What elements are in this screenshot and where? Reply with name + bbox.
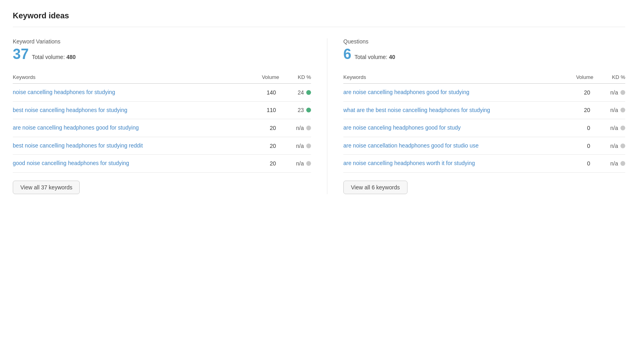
keyword-link[interactable]: good noise cancelling headphones for stu… bbox=[13, 159, 247, 167]
variations-total-volume: Total volume: 480 bbox=[32, 54, 76, 60]
kd-value: n/a bbox=[610, 143, 618, 149]
variations-col-keywords: Keywords bbox=[13, 74, 247, 80]
gray-dot-icon bbox=[620, 108, 625, 112]
keyword-link[interactable]: best noise cancelling headphones for stu… bbox=[13, 106, 247, 114]
volume-cell: 20 bbox=[561, 89, 593, 96]
view-all-variations-button[interactable]: View all 37 keywords bbox=[13, 181, 80, 194]
kd-cell: n/a bbox=[593, 143, 625, 149]
two-column-layout: Keyword Variations 37 Total volume: 480 … bbox=[13, 38, 625, 194]
kd-cell: n/a bbox=[593, 107, 625, 113]
volume-cell: 0 bbox=[561, 160, 593, 167]
questions-total-volume: Total volume: 40 bbox=[354, 54, 395, 60]
kd-cell: n/a bbox=[279, 160, 311, 167]
page-title: Keyword ideas bbox=[13, 11, 625, 27]
volume-cell: 20 bbox=[561, 107, 593, 113]
kd-cell: 23 bbox=[279, 107, 311, 113]
kd-cell: 24 bbox=[279, 89, 311, 96]
table-row: are noise cancelling headphones worth it… bbox=[343, 155, 625, 173]
kd-cell: n/a bbox=[593, 89, 625, 96]
view-all-questions-button[interactable]: View all 6 keywords bbox=[343, 181, 408, 194]
variations-count: 37 bbox=[13, 47, 29, 61]
gray-dot-icon bbox=[620, 126, 625, 130]
green-dot-icon bbox=[306, 90, 311, 95]
kd-cell: n/a bbox=[279, 125, 311, 131]
questions-col-volume: Volume bbox=[561, 74, 593, 80]
kd-value: n/a bbox=[296, 143, 304, 149]
kd-value: n/a bbox=[296, 160, 304, 167]
questions-col-keywords: Keywords bbox=[343, 74, 561, 80]
keyword-link[interactable]: noise cancelling headphones for studying bbox=[13, 89, 247, 96]
table-row: good noise cancelling headphones for stu… bbox=[13, 155, 311, 173]
kd-value: n/a bbox=[610, 160, 618, 167]
kd-value: n/a bbox=[610, 89, 618, 96]
kd-value: n/a bbox=[610, 107, 618, 113]
questions-section: Questions 6 Total volume: 40 Keywords Vo… bbox=[327, 38, 625, 194]
volume-cell: 0 bbox=[561, 125, 593, 131]
volume-cell: 0 bbox=[561, 143, 593, 149]
kd-value: 23 bbox=[297, 107, 304, 113]
questions-count-row: 6 Total volume: 40 bbox=[343, 47, 625, 61]
table-row: are noise canceling headphones good for … bbox=[343, 119, 625, 137]
keyword-link[interactable]: best noise cancelling headphones for stu… bbox=[13, 142, 247, 150]
volume-cell: 140 bbox=[247, 89, 279, 96]
questions-table-header: Keywords Volume KD % bbox=[343, 71, 625, 84]
table-row: are noise cancelling headphones good for… bbox=[13, 119, 311, 137]
questions-col-kd: KD % bbox=[593, 74, 625, 80]
kd-value: n/a bbox=[610, 125, 618, 131]
volume-cell: 110 bbox=[247, 107, 279, 113]
volume-cell: 20 bbox=[247, 143, 279, 149]
questions-label: Questions bbox=[343, 38, 625, 45]
gray-dot-icon bbox=[306, 126, 311, 130]
variations-col-volume: Volume bbox=[247, 74, 279, 80]
gray-dot-icon bbox=[620, 144, 625, 148]
variations-label: Keyword Variations bbox=[13, 38, 311, 45]
variations-section: Keyword Variations 37 Total volume: 480 … bbox=[13, 38, 311, 194]
kd-value: n/a bbox=[296, 125, 304, 131]
kd-cell: n/a bbox=[593, 125, 625, 131]
table-row: noise cancelling headphones for studying… bbox=[13, 84, 311, 102]
keyword-link[interactable]: are noise cancellation headphones good f… bbox=[343, 142, 561, 150]
questions-count: 6 bbox=[343, 47, 351, 61]
table-row: are noise cancelling headphones good for… bbox=[343, 84, 625, 102]
volume-cell: 20 bbox=[247, 160, 279, 167]
variations-col-kd: KD % bbox=[279, 74, 311, 80]
keyword-link[interactable]: are noise cancelling headphones good for… bbox=[343, 89, 561, 96]
gray-dot-icon bbox=[620, 90, 625, 95]
green-dot-icon bbox=[306, 108, 311, 112]
kd-cell: n/a bbox=[593, 160, 625, 167]
kd-value: 24 bbox=[297, 89, 304, 96]
keyword-link[interactable]: are noise cancelling headphones worth it… bbox=[343, 159, 561, 167]
table-row: best noise cancelling headphones for stu… bbox=[13, 102, 311, 120]
kd-cell: n/a bbox=[279, 143, 311, 149]
gray-dot-icon bbox=[620, 161, 625, 166]
variations-table-header: Keywords Volume KD % bbox=[13, 71, 311, 84]
variations-table-body: noise cancelling headphones for studying… bbox=[13, 84, 311, 173]
gray-dot-icon bbox=[306, 161, 311, 166]
volume-cell: 20 bbox=[247, 125, 279, 131]
table-row: what are the best noise cancelling headp… bbox=[343, 102, 625, 120]
variations-count-row: 37 Total volume: 480 bbox=[13, 47, 311, 61]
page-container: Keyword ideas Keyword Variations 37 Tota… bbox=[0, 0, 638, 364]
table-row: best noise cancelling headphones for stu… bbox=[13, 137, 311, 155]
gray-dot-icon bbox=[306, 144, 311, 148]
keyword-link[interactable]: are noise canceling headphones good for … bbox=[343, 124, 561, 132]
keyword-link[interactable]: are noise cancelling headphones good for… bbox=[13, 124, 247, 132]
keyword-link[interactable]: what are the best noise cancelling headp… bbox=[343, 106, 561, 114]
questions-table-body: are noise cancelling headphones good for… bbox=[343, 84, 625, 173]
table-row: are noise cancellation headphones good f… bbox=[343, 137, 625, 155]
